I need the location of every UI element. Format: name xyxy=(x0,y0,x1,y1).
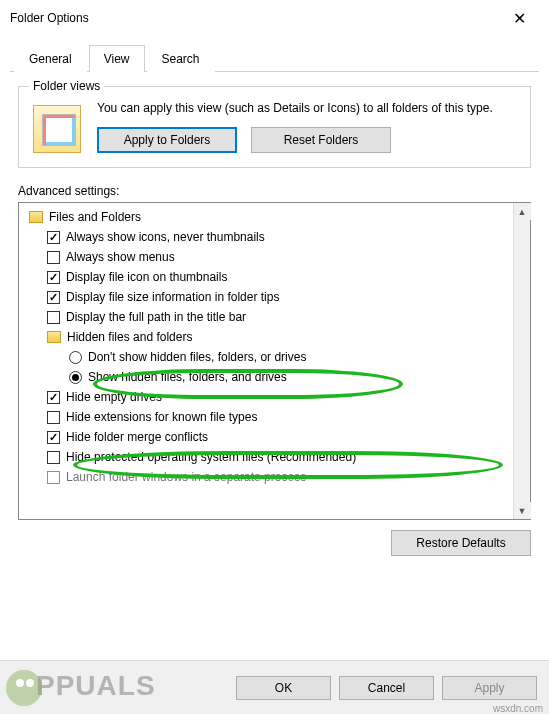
checkbox-icon[interactable] xyxy=(47,271,60,284)
tree-item-cutoff[interactable]: Launch folder windows in a separate proc… xyxy=(25,467,513,487)
source-watermark: wsxdn.com xyxy=(493,703,543,714)
advanced-settings-label: Advanced settings: xyxy=(18,184,531,198)
checkbox-icon[interactable] xyxy=(47,451,60,464)
tree-item[interactable]: Hide folder merge conflicts xyxy=(25,427,513,447)
checkbox-icon[interactable] xyxy=(47,311,60,324)
tab-search[interactable]: Search xyxy=(147,45,215,72)
cancel-button[interactable]: Cancel xyxy=(339,676,434,700)
ok-button[interactable]: OK xyxy=(236,676,331,700)
checkbox-icon[interactable] xyxy=(47,431,60,444)
scroll-down-icon[interactable]: ▼ xyxy=(514,502,531,519)
window-title: Folder Options xyxy=(10,11,89,25)
folder-views-group: Folder views You can apply this view (su… xyxy=(18,86,531,168)
tree-radio-item[interactable]: Don't show hidden files, folders, or dri… xyxy=(25,347,513,367)
tab-strip: General View Search xyxy=(10,44,539,72)
tree-subgroup: Hidden files and folders xyxy=(25,327,513,347)
apply-to-folders-button[interactable]: Apply to Folders xyxy=(97,127,237,153)
checkbox-icon[interactable] xyxy=(47,391,60,404)
checkbox-icon[interactable] xyxy=(47,471,60,484)
tree-item[interactable]: Hide protected operating system files (R… xyxy=(25,447,513,467)
folder-icon xyxy=(29,211,43,223)
folder-views-description: You can apply this view (such as Details… xyxy=(97,101,520,117)
tab-content: Folder views You can apply this view (su… xyxy=(0,72,549,564)
radio-icon[interactable] xyxy=(69,371,82,384)
scroll-up-icon[interactable]: ▲ xyxy=(514,203,531,220)
tree-item[interactable]: Display the full path in the title bar xyxy=(25,307,513,327)
advanced-settings-tree[interactable]: Files and Folders Always show icons, nev… xyxy=(18,202,531,520)
checkbox-icon[interactable] xyxy=(47,291,60,304)
tree-item[interactable]: Hide empty drives xyxy=(25,387,513,407)
folder-views-legend: Folder views xyxy=(29,79,104,93)
radio-icon[interactable] xyxy=(69,351,82,364)
tree-radio-item[interactable]: Show hidden files, folders, and drives xyxy=(25,367,513,387)
tree-item[interactable]: Display file size information in folder … xyxy=(25,287,513,307)
tree-item[interactable]: Always show menus xyxy=(25,247,513,267)
apply-button[interactable]: Apply xyxy=(442,676,537,700)
checkbox-icon[interactable] xyxy=(47,231,60,244)
checkbox-icon[interactable] xyxy=(47,411,60,424)
mascot-icon xyxy=(6,670,42,706)
tab-view[interactable]: View xyxy=(89,45,145,72)
tree-root: Files and Folders xyxy=(25,207,513,227)
scrollbar[interactable]: ▲ ▼ xyxy=(513,203,530,519)
tree-item[interactable]: Hide extensions for known file types xyxy=(25,407,513,427)
watermark-logo: PPUALS xyxy=(6,670,156,706)
close-button[interactable]: ✕ xyxy=(499,5,539,31)
tab-general[interactable]: General xyxy=(14,45,87,72)
restore-defaults-button[interactable]: Restore Defaults xyxy=(391,530,531,556)
checkbox-icon[interactable] xyxy=(47,251,60,264)
folder-icon xyxy=(47,331,61,343)
reset-folders-button[interactable]: Reset Folders xyxy=(251,127,391,153)
titlebar: Folder Options ✕ xyxy=(0,0,549,34)
tree-item[interactable]: Always show icons, never thumbnails xyxy=(25,227,513,247)
folder-preview-icon xyxy=(33,105,81,153)
tree-item[interactable]: Display file icon on thumbnails xyxy=(25,267,513,287)
